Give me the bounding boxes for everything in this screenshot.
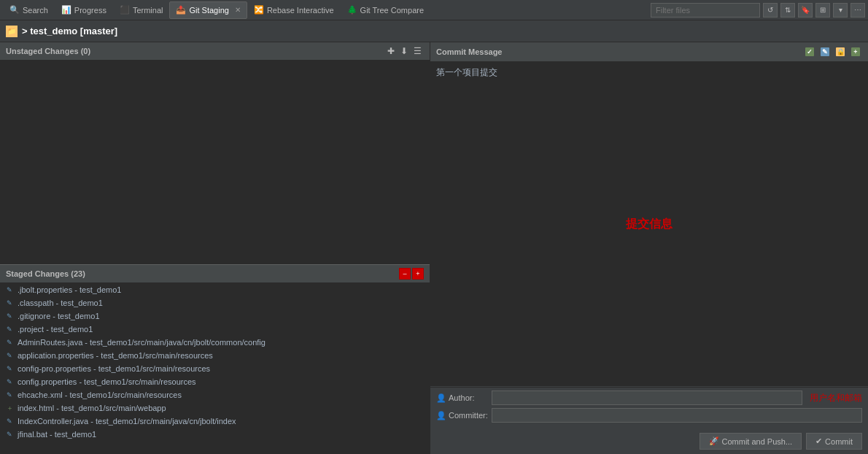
list-item[interactable]: ✎AdminRoutes.java - test_demo1/src/main/… [0, 336, 430, 349]
rebase-tab-label: Rebase Interactive [267, 6, 334, 15]
list-item[interactable]: ✎application.properties - test_demo1/src… [0, 349, 430, 362]
commit-push-icon: 🚀 [709, 436, 719, 446]
tab-rebase-interactive[interactable]: 🔀 Rebase Interactive [247, 1, 341, 19]
list-item[interactable]: ✎ehcache.xml - test_demo1/src/main/resou… [0, 388, 430, 401]
svg-text:✎: ✎ [822, 48, 828, 55]
commit-header-icon-3[interactable]: 🔒 [834, 45, 847, 58]
file-type-icon: ✎ [4, 429, 15, 439]
filter-wrapper: ↺ ⇅ 🔖 ⊞ ▾ ⋯ [651, 3, 865, 18]
filter-refresh-button[interactable]: ↺ [763, 3, 778, 18]
search-tab-icon: 🔍 [9, 5, 20, 15]
author-hint: 用户名和邮箱 [810, 392, 862, 404]
filter-settings-button[interactable]: ⋯ [850, 3, 865, 18]
commit-header-icon-1[interactable]: ✓ [803, 45, 816, 58]
file-type-icon: ✎ [4, 350, 15, 361]
commit-label: Commit [825, 437, 853, 446]
unstaged-list-button[interactable]: ☰ [411, 45, 424, 57]
commit-icon: ✔ [815, 436, 822, 446]
file-name: application.properties - test_demo1/src/… [18, 351, 213, 360]
page-title: > test_demo [master] [22, 26, 117, 36]
filter-layout-button[interactable]: ⊞ [815, 3, 830, 18]
file-name: IndexController.java - test_demo1/src/ma… [18, 417, 236, 426]
git-staging-close-icon[interactable]: ✕ [235, 6, 241, 14]
git-tree-tab-label: Git Tree Compare [360, 6, 424, 15]
file-name: .jbolt.properties - test_demo1 [18, 285, 121, 294]
file-name: .project - test_demo1 [18, 325, 93, 334]
tab-bar: 🔍 Search 📊 Progress ⬛ Terminal 📤 Git Sta… [0, 0, 868, 20]
unstaged-actions: ✚ ⬇ ☰ [385, 45, 424, 57]
staged-title: Staged Changes (23) [6, 269, 85, 278]
committer-icon: 👤 [436, 411, 446, 420]
filter-sync-button[interactable]: ⇅ [780, 3, 795, 18]
file-type-icon: ✎ [4, 416, 15, 426]
commit-message-title: Commit Message [436, 47, 502, 56]
commit-header-icon-4[interactable]: + [849, 45, 862, 58]
committer-input[interactable] [492, 408, 862, 423]
list-item[interactable]: ✎config-pro.properties - test_demo1/src/… [0, 362, 430, 375]
list-item[interactable]: ✎.classpath - test_demo1 [0, 296, 430, 309]
list-item[interactable]: ✎IndexController.java - test_demo1/src/m… [0, 415, 430, 428]
file-type-icon: ✎ [4, 311, 15, 321]
unstaged-add-button[interactable]: ✚ [385, 45, 397, 57]
tab-progress[interactable]: 📊 Progress [55, 1, 113, 19]
file-type-icon: ＋ [4, 403, 15, 413]
committer-row: 👤 Committer: [436, 408, 862, 423]
staged-collapse-buttons: – + [399, 268, 424, 280]
search-tab-label: Search [23, 6, 48, 15]
commit-and-push-label: Commit and Push... [722, 437, 793, 446]
commit-and-push-button[interactable]: 🚀 Commit and Push... [700, 433, 802, 450]
file-name: index.html - test_demo1/src/main/webapp [18, 404, 166, 412]
commit-message-header: Commit Message ✓ ✎ 🔒 + [430, 42, 868, 62]
list-item[interactable]: ✎.jbolt.properties - test_demo1 [0, 283, 430, 296]
commit-button[interactable]: ✔ Commit [806, 433, 862, 450]
list-item[interactable]: ✎config.properties - test_demo1/src/main… [0, 375, 430, 388]
unstaged-stage-button[interactable]: ⬇ [398, 45, 410, 57]
file-name: config.properties - test_demo1/src/main/… [18, 377, 196, 386]
commit-message-area[interactable]: 第一个项目提交 提交信息 [430, 62, 868, 387]
file-type-icon: ✎ [4, 390, 15, 400]
filter-bookmark-button[interactable]: 🔖 [798, 3, 813, 18]
terminal-tab-label: Terminal [133, 6, 163, 15]
git-staging-tab-label: Git Staging [189, 6, 228, 15]
file-name: jfinal.bat - test_demo1 [18, 430, 96, 439]
right-panel: Commit Message ✓ ✎ 🔒 + 第一个项目提交 提交信息 [430, 42, 868, 454]
commit-header-icon-2[interactable]: ✎ [818, 45, 832, 58]
commit-author-section: 👤 Author: 用户名和邮箱 👤 Committer: [430, 387, 868, 428]
unstaged-area [0, 61, 430, 264]
list-item[interactable]: ＋index.html - test_demo1/src/main/webapp [0, 401, 430, 415]
unstaged-header: Unstaged Changes (0) ✚ ⬇ ☰ [0, 42, 430, 61]
main-content: Unstaged Changes (0) ✚ ⬇ ☰ Staged Change… [0, 42, 868, 454]
staged-section: Staged Changes (23) – + ✎.jbolt.properti… [0, 264, 430, 454]
title-bar: 📁 > test_demo [master] [0, 20, 868, 42]
list-item[interactable]: ✎jfinal.bat - test_demo1 [0, 428, 430, 441]
tab-git-tree-compare[interactable]: 🌲 Git Tree Compare [341, 1, 430, 19]
svg-text:🔒: 🔒 [837, 47, 845, 56]
filter-options-button[interactable]: ▾ [833, 3, 848, 18]
author-label: 👤 Author: [436, 393, 487, 403]
tab-git-staging[interactable]: 📤 Git Staging ✕ [169, 1, 247, 19]
list-item[interactable]: ✎.gitignore - test_demo1 [0, 309, 430, 323]
progress-tab-label: Progress [74, 6, 106, 15]
tab-terminal[interactable]: ⬛ Terminal [113, 1, 170, 19]
terminal-tab-icon: ⬛ [120, 5, 130, 15]
file-name: AdminRoutes.java - test_demo1/src/main/j… [18, 338, 266, 347]
file-name: .classpath - test_demo1 [18, 299, 103, 307]
author-input[interactable] [492, 390, 802, 405]
rebase-tab-icon: 🔀 [254, 5, 264, 15]
author-row: 👤 Author: 用户名和邮箱 [436, 390, 862, 405]
tab-search[interactable]: 🔍 Search [3, 1, 55, 19]
staged-file-list[interactable]: ✎.jbolt.properties - test_demo1✎.classpa… [0, 283, 430, 454]
staged-expand-button[interactable]: + [412, 268, 424, 280]
unstaged-title: Unstaged Changes (0) [6, 47, 90, 55]
list-item[interactable]: ✎.project - test_demo1 [0, 323, 430, 336]
filter-input[interactable] [651, 3, 760, 18]
staged-collapse-button[interactable]: – [399, 268, 411, 280]
file-type-icon: ✎ [4, 285, 15, 295]
project-icon: 📁 [6, 26, 18, 37]
file-type-icon: ✎ [4, 363, 15, 374]
commit-message-placeholder: 提交信息 [626, 217, 673, 232]
svg-text:+: + [853, 48, 857, 55]
file-name: .gitignore - test_demo1 [18, 312, 100, 320]
commit-message-text: 第一个项目提交 [436, 66, 862, 79]
commit-buttons-area: 🚀 Commit and Push... ✔ Commit [430, 428, 868, 454]
